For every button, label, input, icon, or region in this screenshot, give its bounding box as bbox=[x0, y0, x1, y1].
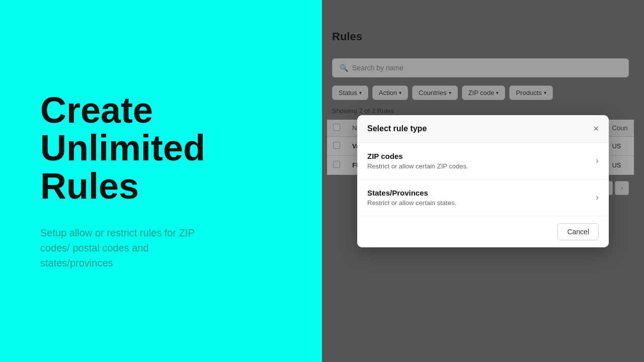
states-provinces-title: States/Provinces bbox=[367, 189, 456, 197]
zip-codes-desc: Restrict or allow certain ZIP codes. bbox=[367, 162, 468, 170]
main-heading: Create Unlimited Rules bbox=[40, 92, 282, 206]
zip-codes-content: ZIP codes Restrict or allow certain ZIP … bbox=[367, 152, 468, 170]
chevron-right-icon: › bbox=[596, 155, 599, 166]
modal-overlay: Select rule type × ZIP codes Restrict or… bbox=[322, 0, 644, 362]
cancel-button[interactable]: Cancel bbox=[557, 223, 599, 240]
zip-codes-title: ZIP codes bbox=[367, 152, 468, 160]
states-provinces-option[interactable]: States/Provinces Restrict or allow certa… bbox=[357, 179, 609, 216]
modal-body: ZIP codes Restrict or allow certain ZIP … bbox=[357, 143, 609, 216]
modal-header: Select rule type × bbox=[357, 115, 609, 143]
select-rule-type-modal: Select rule type × ZIP codes Restrict or… bbox=[357, 115, 609, 247]
modal-close-button[interactable]: × bbox=[593, 124, 599, 133]
zip-codes-option[interactable]: ZIP codes Restrict or allow certain ZIP … bbox=[357, 143, 609, 179]
states-provinces-content: States/Provinces Restrict or allow certa… bbox=[367, 189, 456, 207]
right-panel: Rules 🔍 Search by name Status ▾ Action ▾… bbox=[322, 0, 644, 362]
modal-footer: Cancel bbox=[357, 216, 609, 247]
chevron-right-icon: › bbox=[596, 192, 599, 203]
modal-title: Select rule type bbox=[367, 124, 427, 133]
sub-text: Setup allow or restrict rules for ZIP co… bbox=[40, 225, 211, 270]
states-provinces-desc: Restrict or allow certain states. bbox=[367, 199, 456, 207]
left-panel: Create Unlimited Rules Setup allow or re… bbox=[0, 0, 322, 362]
